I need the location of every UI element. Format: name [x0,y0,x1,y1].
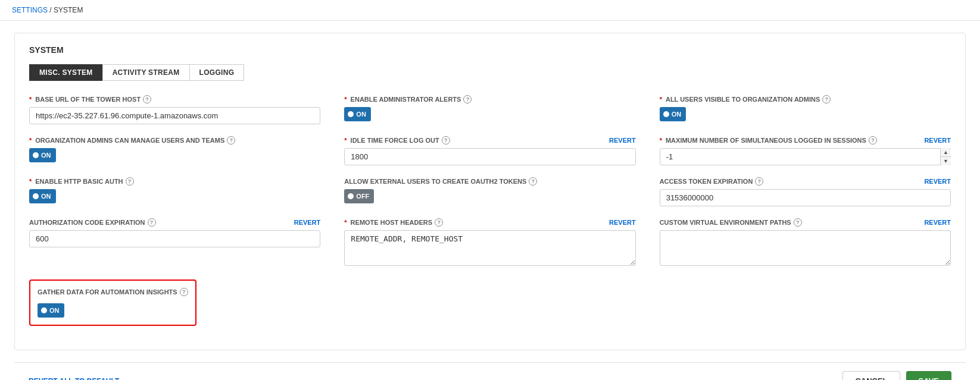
allow-external-users-oauth2-label: ALLOW EXTERNAL USERS TO CREATE OAUTH2 TO… [344,177,635,186]
allow-external-users-oauth2-field: ALLOW EXTERNAL USERS TO CREATE OAUTH2 TO… [344,177,635,206]
remote-host-headers-input[interactable]: REMOTE_ADDR, REMOTE_HOST [344,230,635,266]
remote-host-headers-revert-link[interactable]: REVERT [609,219,636,226]
max-sessions-increment[interactable]: ▲ [941,148,951,157]
gather-data-toggle[interactable]: ON [38,303,64,318]
toggle-on-label: ON [356,111,366,118]
toggle-dot [663,111,669,117]
auth-code-expiration-field: AUTHORIZATION CODE EXPIRATION ? REVERT [29,218,320,268]
max-sessions-revert-link[interactable]: REVERT [924,137,951,144]
save-button[interactable]: SAVE [906,371,951,380]
toggle-on-label: ON [49,307,60,314]
remote-host-headers-label: * REMOTE HOST HEADERS ? REVERT [344,218,635,227]
org-admins-manage-toggle[interactable]: ON [29,148,56,162]
max-sessions-label: * MAXIMUM NUMBER OF SIMULTANEOUS LOGGED … [660,136,951,145]
access-token-expiration-revert-link[interactable]: REVERT [924,178,951,185]
max-sessions-input[interactable] [660,148,951,165]
access-token-expiration-label: ACCESS TOKEN EXPIRATION ? REVERT [660,177,951,186]
max-sessions-field: * MAXIMUM NUMBER OF SIMULTANEOUS LOGGED … [660,136,951,165]
breadcrumb-settings-link[interactable]: SETTINGS [12,6,48,14]
toggle-dot [348,111,354,117]
all-users-visible-label: * ALL USERS VISIBLE TO ORGANIZATION ADMI… [660,95,951,103]
bottom-bar: REVERT ALL TO DEFAULT CANCEL SAVE [14,362,966,380]
toggle-off-label: OFF [356,193,369,200]
enable-admin-alerts-toggle[interactable]: ON [344,107,371,121]
idle-time-label: * IDLE TIME FORCE LOG OUT ? REVERT [344,136,635,145]
base-url-help-icon[interactable]: ? [143,95,151,103]
enable-http-basic-auth-help-icon[interactable]: ? [126,177,134,186]
remote-host-headers-field: * REMOTE HOST HEADERS ? REVERT REMOTE_AD… [344,218,635,268]
gather-data-label: GATHER DATA FOR AUTOMATION INSIGHTS ? [38,288,188,296]
revert-all-link[interactable]: REVERT ALL TO DEFAULT [29,377,119,381]
all-users-visible-toggle[interactable]: ON [660,107,686,121]
enable-http-basic-auth-toggle[interactable]: ON [29,189,56,203]
allow-external-users-oauth2-help-icon[interactable]: ? [529,177,537,186]
org-admins-manage-help-icon[interactable]: ? [227,136,235,145]
org-admins-manage-field: * ORGANIZATION ADMINS CAN MANAGE USERS A… [29,136,320,165]
tab-activity-stream[interactable]: ACTIVITY STREAM [102,64,189,81]
tab-logging[interactable]: LOGGING [189,64,245,81]
auth-code-expiration-revert-link[interactable]: REVERT [294,219,321,226]
gather-data-highlighted-box: GATHER DATA FOR AUTOMATION INSIGHTS ? ON [29,279,196,326]
tab-bar: MISC. SYSTEM ACTIVITY STREAM LOGGING [29,64,951,81]
breadcrumb: SETTINGS / SYSTEM [0,0,980,21]
max-sessions-decrement[interactable]: ▼ [941,157,951,165]
all-users-visible-help-icon[interactable]: ? [822,95,831,103]
allow-external-users-oauth2-toggle[interactable]: OFF [344,189,374,203]
idle-time-help-icon[interactable]: ? [442,136,450,145]
enable-admin-alerts-field: * ENABLE ADMINISTRATOR ALERTS ? ON [344,95,635,124]
idle-time-field: * IDLE TIME FORCE LOG OUT ? REVERT [344,136,635,165]
toggle-dot [33,152,39,158]
tab-misc-system[interactable]: MISC. SYSTEM [29,64,102,81]
all-users-visible-field: * ALL USERS VISIBLE TO ORGANIZATION ADMI… [660,95,951,124]
max-sessions-help-icon[interactable]: ? [869,136,877,145]
auth-code-expiration-input[interactable] [29,230,320,247]
custom-venv-paths-input[interactable] [660,230,951,266]
cancel-button[interactable]: CANCEL [842,371,900,380]
base-url-field: * BASE URL OF THE TOWER HOST ? [29,95,320,124]
access-token-expiration-input[interactable] [660,189,951,206]
enable-http-basic-auth-field: * ENABLE HTTP BASIC AUTH ? ON [29,177,320,206]
org-admins-manage-label: * ORGANIZATION ADMINS CAN MANAGE USERS A… [29,136,320,145]
toggle-dot [41,307,47,313]
enable-admin-alerts-label: * ENABLE ADMINISTRATOR ALERTS ? [344,95,635,103]
max-sessions-spinner: ▲ ▼ [940,148,951,165]
custom-venv-paths-help-icon[interactable]: ? [794,218,802,227]
breadcrumb-current: SYSTEM [54,6,83,14]
idle-time-revert-link[interactable]: REVERT [609,137,636,144]
idle-time-input[interactable] [344,148,635,165]
remote-host-headers-help-icon[interactable]: ? [435,218,443,227]
bottom-actions: CANCEL SAVE [842,371,951,380]
toggle-on-label: ON [672,111,682,118]
page-title: SYSTEM [29,45,951,55]
toggle-dot [33,193,39,199]
custom-venv-paths-field: CUSTOM VIRTUAL ENVIRONMENT PATHS ? REVER… [660,218,951,268]
settings-form: * BASE URL OF THE TOWER HOST ? * ENABLE … [29,95,951,279]
enable-http-basic-auth-label: * ENABLE HTTP BASIC AUTH ? [29,177,320,186]
base-url-input[interactable] [29,107,320,124]
toggle-on-label: ON [41,193,51,200]
auth-code-expiration-label: AUTHORIZATION CODE EXPIRATION ? REVERT [29,218,320,227]
gather-data-help-icon[interactable]: ? [180,288,188,296]
access-token-expiration-help-icon[interactable]: ? [755,177,763,186]
base-url-label: * BASE URL OF THE TOWER HOST ? [29,95,320,103]
auth-code-expiration-help-icon[interactable]: ? [148,218,156,227]
custom-venv-paths-label: CUSTOM VIRTUAL ENVIRONMENT PATHS ? REVER… [660,218,951,227]
enable-admin-alerts-help-icon[interactable]: ? [463,95,472,103]
access-token-expiration-field: ACCESS TOKEN EXPIRATION ? REVERT [660,177,951,206]
toggle-on-label: ON [41,152,51,159]
custom-venv-paths-revert-link[interactable]: REVERT [924,219,951,226]
max-sessions-input-wrap: ▲ ▼ [660,148,951,165]
toggle-dot [348,193,354,199]
